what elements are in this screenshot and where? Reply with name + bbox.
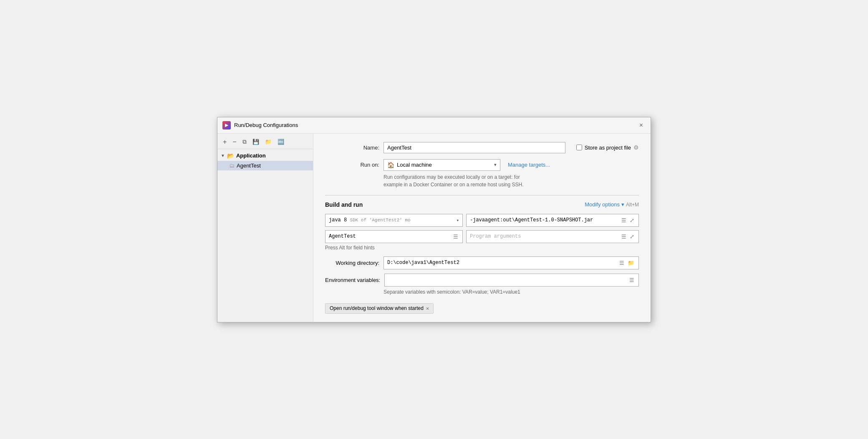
dropdown-chevron-icon: ▾ bbox=[621, 201, 624, 208]
sdk-value: java 8 SDK of 'AgentTest2' mo bbox=[329, 217, 456, 223]
run-on-row: Run on: 🏠 Local machine ▾ Manage targets… bbox=[325, 159, 639, 171]
env-label-text: Environment variables: bbox=[325, 277, 380, 283]
name-row: Name: Store as project file ⚙ bbox=[325, 142, 639, 153]
main-class-row: AgentTest ☰ Program arguments ☰ ⤢ bbox=[325, 230, 639, 243]
env-hint: Separate variables with semicolon: VAR=v… bbox=[384, 289, 639, 295]
content-area: + − ⧉ 💾 📁 🔤 ▼ 📂 Application 🗂 AgentTest bbox=[217, 134, 651, 322]
sdk-dropdown-arrow-icon: ▾ bbox=[456, 218, 459, 223]
run-hint-line2: example in a Docker Container or on a re… bbox=[384, 181, 639, 188]
move-config-button[interactable]: 📁 bbox=[263, 137, 274, 146]
build-run-title: Build and run bbox=[325, 201, 363, 208]
home-icon: 🏠 bbox=[387, 162, 394, 168]
working-dir-input[interactable]: D:\code\java1\AgentTest2 ☰ 📁 bbox=[384, 256, 639, 269]
vm-options-edit-icon[interactable]: ☰ bbox=[621, 216, 627, 224]
sidebar-item-application[interactable]: ▼ 📂 Application bbox=[217, 151, 313, 161]
remove-config-button[interactable]: − bbox=[230, 137, 238, 147]
program-args-icons: ☰ ⤢ bbox=[621, 233, 635, 241]
open-debug-close-icon[interactable]: × bbox=[426, 305, 429, 312]
field-hint: Press Alt for field hints bbox=[325, 245, 639, 251]
store-project-checkbox[interactable] bbox=[576, 145, 582, 150]
store-project-label: Store as project file bbox=[585, 145, 631, 151]
store-project-container: Store as project file ⚙ bbox=[576, 144, 639, 151]
program-args-edit-icon[interactable]: ☰ bbox=[621, 233, 627, 241]
gear-icon[interactable]: ⚙ bbox=[633, 144, 639, 151]
vm-options-icons: ☰ ⤢ bbox=[621, 216, 635, 224]
main-class-value: AgentTest bbox=[329, 233, 452, 239]
name-input[interactable] bbox=[384, 142, 565, 153]
name-label: Name: bbox=[325, 145, 379, 151]
shortcut-hint: Alt+M bbox=[626, 202, 639, 208]
program-args-expand-icon[interactable]: ⤢ bbox=[629, 233, 635, 241]
env-variables-row: Environment variables: ☰ bbox=[325, 274, 639, 287]
copy-config-button[interactable]: ⧉ bbox=[240, 137, 249, 147]
open-debug-label: Open run/debug tool window when started bbox=[330, 305, 424, 311]
add-config-button[interactable]: + bbox=[221, 137, 229, 147]
sidebar-item-agenttest[interactable]: 🗂 AgentTest bbox=[217, 161, 313, 170]
sort-config-button[interactable]: 🔤 bbox=[275, 137, 286, 146]
app-icon: ▶ bbox=[222, 121, 231, 129]
run-on-label: Run on: bbox=[325, 162, 379, 168]
tags-area: Open run/debug tool window when started … bbox=[325, 303, 639, 314]
sdk-dropdown[interactable]: java 8 SDK of 'AgentTest2' mo ▾ bbox=[325, 214, 463, 227]
env-input[interactable]: ☰ bbox=[384, 274, 639, 287]
run-hint-line1: Run configurations may be executed local… bbox=[384, 173, 639, 181]
main-class-icons: ☰ bbox=[452, 233, 459, 241]
sidebar-tree: ▼ 📂 Application 🗂 AgentTest bbox=[217, 149, 313, 172]
dialog-title: Run/Debug Configurations bbox=[234, 122, 298, 128]
run-on-dropdown[interactable]: 🏠 Local machine ▾ bbox=[384, 159, 500, 171]
working-dir-edit-icon[interactable]: ☰ bbox=[618, 259, 625, 267]
working-dir-row: Working directory: D:\code\java1\AgentTe… bbox=[325, 256, 639, 269]
vm-options-value: -javaagent:out\AgentTest-1.0-SNAPSHOT.ja… bbox=[470, 217, 621, 223]
folder-icon: 📂 bbox=[227, 152, 234, 159]
main-class-field[interactable]: AgentTest ☰ bbox=[325, 230, 463, 243]
title-bar-left: ▶ Run/Debug Configurations bbox=[222, 121, 298, 129]
env-label: Environment variables: bbox=[325, 277, 380, 283]
working-dir-label: Working directory: bbox=[325, 260, 379, 266]
open-debug-chip: Open run/debug tool window when started … bbox=[325, 303, 434, 314]
working-dir-label-text: Working directory: bbox=[336, 260, 379, 266]
title-bar: ▶ Run/Debug Configurations × bbox=[217, 117, 651, 134]
save-config-button[interactable]: 💾 bbox=[250, 137, 261, 146]
dropdown-arrow-icon: ▾ bbox=[494, 162, 497, 167]
sidebar-toolbar: + − ⧉ 💾 📁 🔤 bbox=[217, 135, 313, 149]
sidebar: + − ⧉ 💾 📁 🔤 ▼ 📂 Application 🗂 AgentTest bbox=[217, 134, 313, 322]
run-debug-dialog: ▶ Run/Debug Configurations × + − ⧉ 💾 📁 🔤… bbox=[217, 117, 651, 322]
program-args-placeholder: Program arguments bbox=[470, 233, 521, 239]
vm-options-field[interactable]: -javaagent:out\AgentTest-1.0-SNAPSHOT.ja… bbox=[466, 214, 639, 227]
env-edit-icon[interactable]: ☰ bbox=[628, 276, 635, 284]
run-on-value: Local machine bbox=[397, 162, 432, 168]
close-button[interactable]: × bbox=[637, 121, 646, 130]
section-divider bbox=[325, 195, 639, 195]
working-dir-icons: ☰ 📁 bbox=[618, 259, 635, 267]
working-dir-value: D:\code\java1\AgentTest2 bbox=[387, 260, 618, 266]
program-args-field[interactable]: Program arguments ☰ ⤢ bbox=[466, 230, 639, 243]
modify-options-container: Modify options ▾ Alt+M bbox=[585, 201, 639, 208]
build-run-header: Build and run Modify options ▾ Alt+M bbox=[325, 201, 639, 208]
working-dir-browse-icon[interactable]: 📁 bbox=[627, 259, 635, 267]
sdk-vmoptions-row: java 8 SDK of 'AgentTest2' mo ▾ -javaage… bbox=[325, 214, 639, 227]
main-class-edit-icon[interactable]: ☰ bbox=[452, 233, 459, 241]
sidebar-child-label: AgentTest bbox=[237, 162, 261, 169]
modify-options-link[interactable]: Modify options bbox=[585, 201, 620, 208]
run-hint: Run configurations may be executed local… bbox=[384, 173, 639, 188]
vm-options-expand-icon[interactable]: ⤢ bbox=[629, 216, 635, 224]
chevron-down-icon: ▼ bbox=[221, 153, 225, 158]
env-icons: ☰ bbox=[628, 276, 635, 284]
main-panel: Name: Store as project file ⚙ Run on: 🏠 … bbox=[313, 134, 651, 322]
sidebar-application-label: Application bbox=[236, 152, 266, 159]
config-icon: 🗂 bbox=[229, 162, 235, 169]
run-on-select-inner: 🏠 Local machine bbox=[387, 162, 432, 168]
manage-targets-link[interactable]: Manage targets... bbox=[508, 162, 550, 168]
